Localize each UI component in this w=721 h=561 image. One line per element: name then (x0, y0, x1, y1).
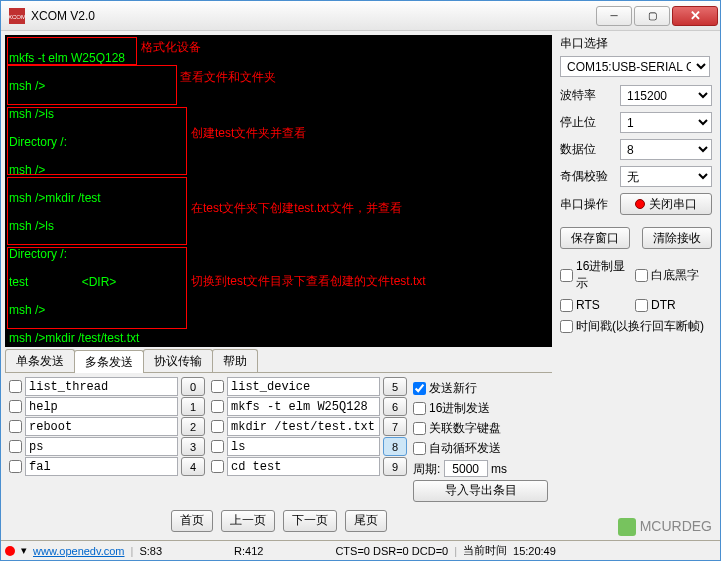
send-num-button[interactable]: 2 (181, 417, 205, 436)
status-url[interactable]: www.openedv.com (33, 545, 125, 557)
send-row: 4 (9, 457, 205, 476)
terminal-line: msh />mkdir /test/test.txt (9, 331, 548, 345)
numpad-checkbox[interactable] (413, 422, 426, 435)
send-num-button[interactable]: 3 (181, 437, 205, 456)
annotation-text: 在test文件夹下创建test.txt文件，并查看 (191, 200, 402, 217)
send-text-input[interactable] (227, 437, 380, 456)
send-row: 0 (9, 377, 205, 396)
hex-display-label: 16进制显示 (576, 258, 635, 292)
send-checkbox[interactable] (211, 440, 224, 453)
send-num-button[interactable]: 7 (383, 417, 407, 436)
tab-help[interactable]: 帮助 (212, 349, 258, 372)
close-serial-button[interactable]: 关闭串口 (620, 193, 712, 215)
nav-last-button[interactable]: 尾页 (345, 510, 387, 532)
serial-select-title: 串口选择 (560, 35, 712, 52)
hex-send-checkbox[interactable] (413, 402, 426, 415)
send-text-input[interactable] (25, 417, 178, 436)
send-row: 5 (211, 377, 407, 396)
annotation-box (7, 177, 187, 245)
send-num-button[interactable]: 5 (383, 377, 407, 396)
send-text-input[interactable] (227, 417, 380, 436)
send-text-input[interactable] (25, 377, 178, 396)
send-checkbox[interactable] (9, 380, 22, 393)
annotation-box (7, 107, 187, 175)
annotation-text: 切换到test文件目录下查看创建的文件test.txt (191, 273, 426, 290)
send-text-input[interactable] (227, 457, 380, 476)
hex-display-checkbox[interactable] (560, 269, 573, 282)
nav-first-button[interactable]: 首页 (171, 510, 213, 532)
parity-select[interactable]: 无 (620, 166, 712, 187)
record-icon (635, 199, 645, 209)
send-text-input[interactable] (25, 397, 178, 416)
period-unit: ms (491, 462, 507, 476)
timestamp-checkbox[interactable] (560, 320, 573, 333)
send-text-input[interactable] (25, 457, 178, 476)
port-select[interactable]: COM15:USB-SERIAL CH34 (560, 56, 710, 77)
baud-label: 波特率 (560, 87, 614, 104)
terminal-output[interactable]: mkfs -t elm W25Q128 msh /> msh />ls Dire… (5, 35, 552, 347)
watermark: MCURDEG (618, 518, 712, 536)
tab-multi-send[interactable]: 多条发送 (74, 350, 144, 373)
send-num-button[interactable]: 6 (383, 397, 407, 416)
status-dot-icon (5, 546, 15, 556)
statusbar: ▾ www.openedv.com | S:83 R:412 CTS=0 DSR… (1, 540, 720, 560)
send-checkbox[interactable] (211, 400, 224, 413)
svg-text:XCOM: XCOM (9, 14, 25, 20)
send-row: 8 (211, 437, 407, 456)
send-row: 2 (9, 417, 205, 436)
send-text-input[interactable] (25, 437, 178, 456)
send-checkbox[interactable] (211, 380, 224, 393)
send-num-button[interactable]: 9 (383, 457, 407, 476)
stop-label: 停止位 (560, 114, 614, 131)
period-input[interactable] (444, 460, 488, 477)
send-num-button[interactable]: 0 (181, 377, 205, 396)
save-window-button[interactable]: 保存窗口 (560, 227, 630, 249)
tab-single-send[interactable]: 单条发送 (5, 349, 75, 372)
send-checkbox[interactable] (211, 420, 224, 433)
white-bg-checkbox[interactable] (635, 269, 648, 282)
annotation-box (7, 37, 137, 65)
send-row: 7 (211, 417, 407, 436)
send-text-input[interactable] (227, 377, 380, 396)
stop-select[interactable]: 1 (620, 112, 712, 133)
send-row: 6 (211, 397, 407, 416)
auto-loop-label: 自动循环发送 (429, 440, 501, 457)
hex-send-label: 16进制发送 (429, 400, 490, 417)
send-newline-checkbox[interactable] (413, 382, 426, 395)
auto-loop-checkbox[interactable] (413, 442, 426, 455)
wechat-icon (618, 518, 636, 536)
send-row: 9 (211, 457, 407, 476)
send-checkbox[interactable] (9, 460, 22, 473)
status-time: 15:20:49 (513, 545, 556, 557)
status-time-label: 当前时间 (463, 543, 507, 558)
data-select[interactable]: 8 (620, 139, 712, 160)
send-num-button[interactable]: 4 (181, 457, 205, 476)
clear-recv-button[interactable]: 清除接收 (642, 227, 712, 249)
annotation-box (7, 65, 177, 105)
minimize-button[interactable]: ─ (596, 6, 632, 26)
timestamp-label: 时间戳(以换行回车断帧) (576, 318, 704, 335)
send-checkbox[interactable] (211, 460, 224, 473)
send-num-button[interactable]: 8 (383, 437, 407, 456)
close-button[interactable]: ✕ (672, 6, 718, 26)
dtr-checkbox[interactable] (635, 299, 648, 312)
rts-checkbox[interactable] (560, 299, 573, 312)
status-sent: S:83 (139, 545, 162, 557)
import-export-button[interactable]: 导入导出条目 (413, 480, 548, 502)
nav-prev-button[interactable]: 上一页 (221, 510, 275, 532)
dtr-label: DTR (651, 298, 676, 312)
numpad-label: 关联数字键盘 (429, 420, 501, 437)
send-num-button[interactable]: 1 (181, 397, 205, 416)
maximize-button[interactable]: ▢ (634, 6, 670, 26)
send-checkbox[interactable] (9, 420, 22, 433)
baud-select[interactable]: 115200 (620, 85, 712, 106)
tab-protocol[interactable]: 协议传输 (143, 349, 213, 372)
nav-next-button[interactable]: 下一页 (283, 510, 337, 532)
dropdown-icon[interactable]: ▾ (21, 544, 27, 557)
send-checkbox[interactable] (9, 440, 22, 453)
send-newline-label: 发送新行 (429, 380, 477, 397)
send-text-input[interactable] (227, 397, 380, 416)
annotation-text: 创建test文件夹并查看 (191, 125, 306, 142)
annotation-text: 格式化设备 (141, 39, 201, 56)
send-checkbox[interactable] (9, 400, 22, 413)
